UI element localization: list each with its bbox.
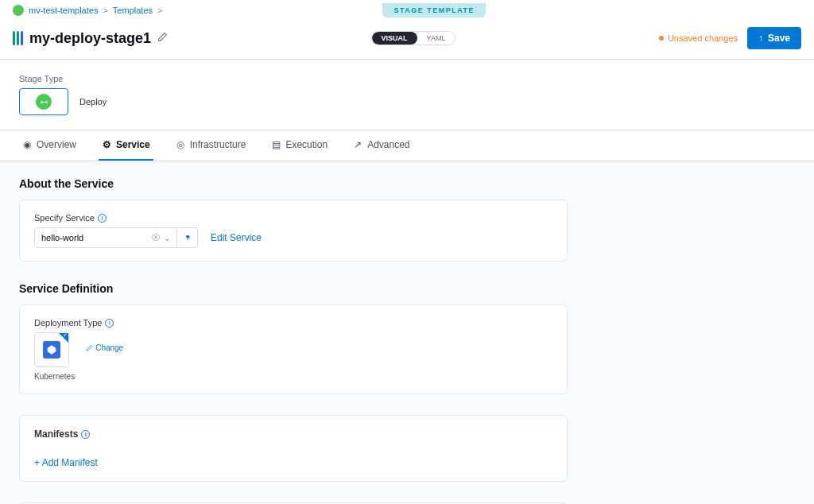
tab-service[interactable]: ⚙ Service <box>99 130 153 161</box>
stage-template-badge: STAGE TEMPLATE <box>382 3 486 17</box>
deployment-type-label: Deployment Type <box>34 318 102 328</box>
view-toggle: VISUAL YAML <box>371 31 456 45</box>
service-select[interactable]: hello-world ⓧ ⌄ <box>34 227 177 248</box>
clear-icon[interactable]: ⓧ <box>152 232 160 243</box>
specify-service-label: Specify Service <box>34 213 95 223</box>
edit-title-icon[interactable] <box>157 32 168 45</box>
save-button[interactable]: Save <box>747 27 801 49</box>
stage-name: Deploy <box>79 97 107 107</box>
add-manifest-link[interactable]: + Add Manifest <box>34 457 552 468</box>
manifests-title: Manifests <box>34 428 78 440</box>
infrastructure-icon: ◎ <box>176 140 185 149</box>
service-value: hello-world <box>41 233 83 242</box>
info-icon[interactable]: i <box>105 319 114 328</box>
tab-infrastructure[interactable]: ◎ Infrastructure <box>172 130 250 161</box>
project-icon <box>13 5 24 16</box>
overview-icon: ◉ <box>22 140 32 149</box>
change-deployment-link[interactable]: Change <box>86 343 123 352</box>
info-icon[interactable]: i <box>81 430 90 439</box>
breadcrumb-templates[interactable]: Templates <box>113 6 153 15</box>
service-def-title: Service Definition <box>19 282 795 295</box>
info-icon[interactable]: i <box>98 214 107 223</box>
toggle-visual[interactable]: VISUAL <box>372 32 417 45</box>
stage-tile[interactable] <box>19 88 68 115</box>
tab-advanced[interactable]: ↗ Advanced <box>350 130 413 161</box>
kubernetes-icon <box>43 341 60 359</box>
tab-overview[interactable]: ◉ Overview <box>19 130 79 161</box>
gear-icon: ⚙ <box>102 140 111 149</box>
unsaved-indicator: Unsaved changes <box>659 33 738 43</box>
stage-type-label: Stage Type <box>19 74 795 83</box>
breadcrumb: mv-test-templates > Templates > <box>13 5 162 16</box>
pin-button[interactable] <box>177 227 198 248</box>
page-title: my-deploy-stage1 <box>29 30 151 47</box>
edit-service-link[interactable]: Edit Service <box>211 232 262 243</box>
toggle-yaml[interactable]: YAML <box>417 32 455 45</box>
kubernetes-tile[interactable] <box>34 332 69 367</box>
deploy-icon <box>36 94 52 110</box>
pipeline-logo-icon <box>13 31 23 45</box>
chevron-down-icon[interactable]: ⌄ <box>164 234 170 242</box>
svg-marker-2 <box>48 345 56 355</box>
svg-point-1 <box>45 101 47 103</box>
execution-icon: ▤ <box>271 140 281 149</box>
breadcrumb-project[interactable]: mv-test-templates <box>29 6 98 15</box>
advanced-icon: ↗ <box>353 140 362 149</box>
kubernetes-label: Kubernetes <box>34 372 75 381</box>
breadcrumb-sep: > <box>157 6 162 15</box>
about-title: About the Service <box>19 177 795 190</box>
breadcrumb-sep: > <box>103 6 107 15</box>
tab-execution[interactable]: ▤ Execution <box>268 130 331 161</box>
svg-point-0 <box>41 101 43 103</box>
